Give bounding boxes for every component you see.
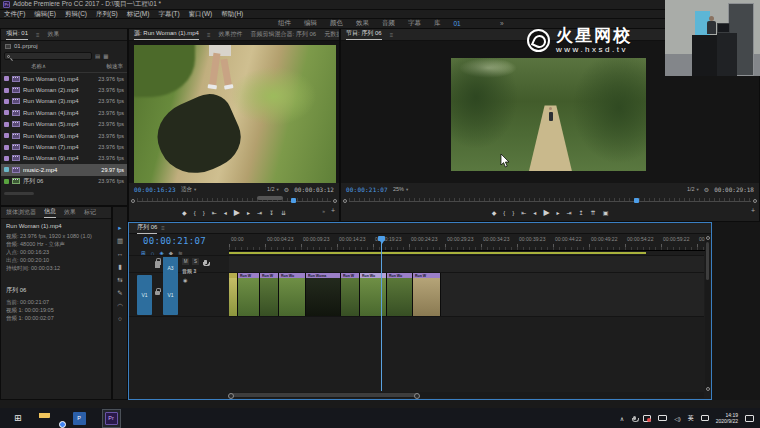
tab-program[interactable]: 节目: 序列 06 <box>346 29 382 40</box>
settings-wrench-icon[interactable]: ⚙ <box>704 186 709 193</box>
settings-wrench-icon[interactable]: ⚙ <box>284 186 289 193</box>
transport-button[interactable]: ⇤ <box>521 209 526 217</box>
label-color-swatch[interactable] <box>4 179 9 184</box>
menu-item[interactable]: 编辑(E) <box>34 10 56 19</box>
project-column-header[interactable]: 名称 ∧ 帧速率 <box>1 61 127 73</box>
menu-item[interactable]: 字幕(T) <box>158 10 179 19</box>
workspace-tab[interactable]: 库 <box>434 19 441 28</box>
tool-button[interactable]: ⇆ <box>117 277 122 283</box>
info-tab[interactable]: 效果 <box>64 208 76 217</box>
tool-button[interactable]: ○ <box>118 316 122 322</box>
panel-menu-icon[interactable]: ≡ <box>161 225 165 231</box>
timeline-playhead-head[interactable] <box>378 236 385 241</box>
screen-record-icon[interactable] <box>643 415 651 422</box>
scrub-handle-left[interactable] <box>343 199 347 203</box>
timeline-clip[interactable]: Run W <box>413 273 441 316</box>
project-item-row[interactable]: Run Woman (9).mp4 23.976 fps <box>1 153 127 164</box>
timeline-clip[interactable]: Run Wo <box>387 273 413 316</box>
microphone-tray-icon[interactable] <box>633 416 636 420</box>
menu-item[interactable]: 剪辑(C) <box>65 10 87 19</box>
start-button[interactable]: ⊞ <box>14 413 22 423</box>
workspace-tab[interactable]: 字幕 <box>408 19 421 28</box>
audio-track-content[interactable] <box>229 255 704 256</box>
transport-button[interactable]: ◆ <box>182 209 187 217</box>
project-item-row[interactable]: music-2.mp4 29.97 fps <box>1 164 127 175</box>
speaker-icon[interactable]: ◁) <box>674 415 681 422</box>
program-scrub-bar[interactable] <box>341 195 759 204</box>
solo-track-button[interactable]: S <box>192 258 199 265</box>
fit-dropdown[interactable]: 适合▾ <box>181 186 196 193</box>
transport-button[interactable]: ⇥ <box>567 209 572 217</box>
transport-button[interactable]: } <box>512 209 514 217</box>
tool-button[interactable]: ◠ <box>117 303 123 309</box>
scrub-handle-right[interactable] <box>333 199 337 203</box>
transport-button[interactable]: ▸ <box>247 209 250 217</box>
clip-thumbnail[interactable] <box>238 278 259 316</box>
transport-button[interactable]: ▣ <box>603 209 609 217</box>
column-framerate[interactable]: 帧速率 <box>107 63 124 70</box>
transport-button[interactable]: ◂ <box>533 209 536 217</box>
workspace-tab[interactable]: 效果 <box>356 19 369 28</box>
mute-track-button[interactable]: M <box>182 258 189 265</box>
tray-chevron-icon[interactable]: ∧ <box>620 415 624 422</box>
project-item-row[interactable]: Run Woman (5).mp4 23.976 fps <box>1 119 127 130</box>
button-editor-icon[interactable]: + <box>331 207 335 214</box>
transport-button[interactable]: ⇥ <box>257 209 262 217</box>
label-color-swatch[interactable] <box>4 167 9 172</box>
menu-item[interactable]: 帮助(H) <box>221 10 243 19</box>
button-editor-icon[interactable]: + <box>751 207 755 214</box>
timeline-timecode[interactable]: 00:00:21:07 <box>143 236 206 246</box>
zoom-scroll-bar[interactable] <box>257 196 283 200</box>
program-playhead[interactable] <box>634 198 639 203</box>
label-color-swatch[interactable] <box>4 88 9 93</box>
clip-thumbnail[interactable] <box>387 278 412 316</box>
touch-keyboard-icon[interactable] <box>701 415 709 421</box>
info-tab[interactable]: 媒体浏览器 <box>6 208 36 217</box>
transport-button[interactable]: ⇤ <box>212 209 217 217</box>
source-timecode[interactable]: 00:00:16:23 <box>134 186 176 193</box>
track-target[interactable]: A3 <box>163 257 178 278</box>
transport-overflow-icon[interactable]: » <box>322 208 325 214</box>
tool-button[interactable]: ▮ <box>118 264 122 270</box>
transport-button[interactable]: { <box>194 209 196 217</box>
menu-item[interactable]: 标记(M) <box>127 10 150 19</box>
menu-item[interactable]: 窗口(W) <box>189 10 212 19</box>
transport-button[interactable]: ▶ <box>234 209 240 217</box>
tool-button[interactable]: ▸ <box>118 225 121 231</box>
clip-thumbnail[interactable] <box>360 278 386 316</box>
source-video-frame[interactable] <box>134 45 336 183</box>
tab-sequence[interactable]: 序列 06 <box>137 223 157 234</box>
panel-menu-icon[interactable]: ≡ <box>36 32 40 38</box>
transport-button[interactable]: ▸ <box>557 209 560 217</box>
zoom-level-dropdown[interactable]: 25%▾ <box>393 186 408 192</box>
transport-button[interactable]: ⇊ <box>281 209 286 217</box>
panel-menu-icon[interactable]: ≡ <box>390 32 394 38</box>
tab-metadata[interactable]: 元数据 <box>324 30 339 39</box>
tab-effect-controls[interactable]: 效果控件 <box>218 30 242 39</box>
ime-language-indicator[interactable]: 英 <box>688 414 694 423</box>
menu-item[interactable]: 序列(S) <box>96 10 118 19</box>
source-scrub-bar[interactable] <box>129 195 339 204</box>
panel-menu-icon[interactable]: ≡ <box>207 32 211 38</box>
tool-button[interactable]: ▥ <box>117 238 123 244</box>
workspace-tab[interactable]: 编辑 <box>304 19 317 28</box>
clip-thumbnail[interactable] <box>260 278 278 316</box>
project-file-row[interactable]: 01.prproj <box>1 41 127 51</box>
taskbar-clock[interactable]: 14:19 2020/9/22 <box>716 412 738 425</box>
transport-button[interactable]: ⇈ <box>591 209 596 217</box>
label-color-swatch[interactable] <box>4 99 9 104</box>
search-box[interactable] <box>4 52 92 60</box>
project-item-row[interactable]: Run Woman (1).mp4 23.976 fps <box>1 73 127 84</box>
project-item-row[interactable]: Run Woman (2).mp4 23.976 fps <box>1 84 127 95</box>
track-v2-content[interactable] <box>229 255 704 273</box>
lock-icon[interactable] <box>155 264 160 268</box>
transport-button[interactable]: ↥ <box>579 209 584 217</box>
scrub-handle-left[interactable] <box>131 199 135 203</box>
action-center-icon[interactable] <box>745 415 754 422</box>
timeline-ruler[interactable]: 00:0000:00:04:2300:00:09:2300:00:14:2300… <box>229 236 706 251</box>
label-color-swatch[interactable] <box>4 122 9 127</box>
transport-button[interactable]: } <box>203 209 205 217</box>
program-timecode[interactable]: 00:00:21:07 <box>346 186 388 193</box>
program-video-frame[interactable] <box>451 58 646 171</box>
resolution-dropdown[interactable]: 1/2▾ <box>267 186 279 192</box>
